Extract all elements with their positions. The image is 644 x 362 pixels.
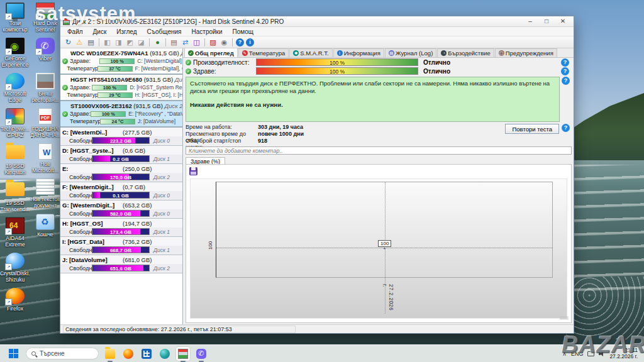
disk-list: WDC WD10EZEX-75WN4A1 (931,5 GB) Диск 0✓З… (60, 48, 182, 128)
stat-row: Време на работа:303 дни, 19 часа (186, 124, 505, 131)
desktop-icon-folder[interactable]: 19 SSD Kingston S... (0, 145, 30, 179)
menu-Помощ[interactable]: Помощ (228, 28, 258, 35)
ok-check-icon: ✓ (186, 60, 191, 65)
folder-icon (5, 145, 25, 163)
help-icon[interactable]: ? (236, 38, 244, 47)
taskbar-icon-viber[interactable] (194, 347, 208, 361)
taskbar-icon-photos[interactable] (158, 347, 172, 361)
photo-watermark-satsystem: satsystem (35, 3, 136, 25)
tab-overview[interactable]: ✓Общ преглед (184, 48, 238, 57)
partition-item[interactable]: E:(250,0 GB)Свободно170,0 GBДиск 2 (60, 164, 182, 182)
tab-information[interactable]: iИнформация (333, 48, 384, 57)
partition-name: G: [WesternDigit..] (62, 202, 123, 209)
menu-Файл[interactable]: Файл (63, 28, 87, 35)
taskbar-icon-explorer[interactable] (103, 347, 117, 361)
desktop-icon-photo[interactable]: Бняш ресторан... (30, 73, 60, 107)
disk-name: ST1000VX005-2E3162 (931,5 GB) Диск 2 (60, 102, 182, 110)
desktop-icon-pdf[interactable]: ГОДИШНА ДАНЪЧНА... (30, 108, 60, 142)
disk-item[interactable]: ST1000VX005-2E3162 (931,5 GB) Диск 2✓Здр… (60, 101, 182, 128)
resize-grip[interactable] (560, 317, 569, 321)
info-icon[interactable]: i (246, 38, 254, 47)
retest-button[interactable]: Повтори теста (505, 124, 559, 134)
partition-disk-number: Диск 1 (153, 247, 170, 253)
temperature-value-bar: 24 °C (100, 119, 135, 124)
desktop-icon-word[interactable]: Нов Microsoft... (30, 143, 60, 177)
tab-log[interactable]: ▤Журнал (Log) (385, 48, 436, 57)
menu-Настройки[interactable]: Настройки (187, 28, 227, 35)
disk-item[interactable]: WDC WD10EZEX-75WN4A1 (931,5 GB) Диск 0✓З… (60, 48, 182, 75)
partition-item[interactable]: F: [WesternDigit..](0,7 GB)Свободно0.1 G… (60, 182, 182, 200)
desktop-icon-textdoc[interactable]: Нов текстов документ (30, 178, 60, 212)
maximize-button[interactable]: □ (538, 16, 555, 26)
tab-temperature[interactable]: ✎Температура (238, 48, 289, 57)
help-icon[interactable]: ? (561, 67, 569, 75)
desktop-icon-label: Viber (30, 56, 60, 62)
taskbar-search[interactable]: Търсене (26, 348, 99, 359)
save-chart-icon[interactable] (189, 167, 197, 175)
help-icon[interactable]: ? (562, 77, 570, 85)
desktop-icon-folder[interactable]: 19 SSD Transcend... (0, 182, 30, 216)
close-button[interactable]: ✕ (555, 16, 571, 26)
network-icon[interactable]: ◫ (192, 38, 201, 47)
help-icon[interactable]: ? (562, 124, 570, 132)
partition-item[interactable]: H: [HGST_OS](194,7 GB)Свободно173,4 GBДи… (60, 219, 182, 237)
partition-item[interactable]: D: [HGST_Syste..](0,6 GB)Свободно0.2 GBД… (60, 146, 182, 164)
log-file-icon[interactable]: ▤ (169, 38, 179, 47)
desktop-icon-gpuz[interactable]: TechPowe... GPU-Z (0, 108, 30, 142)
toolbar-separator (149, 38, 150, 47)
partition-name: F: [WesternDigit..] (62, 184, 123, 190)
web-icon[interactable]: ● (153, 38, 162, 47)
taskbar-icon-firefox[interactable] (121, 347, 135, 361)
menu-Диск[interactable]: Диск (89, 28, 111, 35)
taskbar-icon-sentinel[interactable] (176, 347, 190, 361)
toolbar: ↻⚠▤◧◨◩◪●▤⇄◫▨◉?i (60, 36, 574, 48)
stat-row: Общ брой старт/стоп цикли:918 (186, 138, 505, 145)
disk-test-1-icon[interactable]: ◧ (103, 38, 112, 47)
desktop-icon-pc[interactable]: Този компютър (0, 3, 30, 36)
free-space-value: 223,2 GB (92, 138, 149, 143)
alerts-icon[interactable]: ⚠ (75, 38, 84, 47)
status-paragraph-bold: Никакви действия не са нужни. (190, 101, 555, 109)
disk-test-3-icon[interactable]: ◩ (125, 38, 135, 47)
report-icon[interactable]: ▤ (86, 38, 96, 47)
desktop-icon-viber[interactable]: Viber (30, 38, 60, 72)
partition-item[interactable]: I: [HGST_Data](736,2 GB)Свободно668,7 GB… (60, 237, 182, 255)
sync-icon[interactable]: ⇄ (180, 38, 190, 47)
partition-item[interactable]: G: [WesternDigit..](653,2 GB)Свободно582… (60, 200, 182, 219)
tab-warnings[interactable]: ▢Предупреждения (495, 48, 557, 57)
start-button[interactable] (9, 349, 18, 358)
help-icon[interactable]: ? (561, 58, 569, 67)
partition-item[interactable]: J: [DataVolume](681,0 GB)Свободно651,6 G… (60, 255, 182, 273)
desktop-icon-nvidia[interactable]: GeForce Experience (0, 38, 30, 72)
free-space-value: 582,0 GB (92, 211, 149, 216)
desktop-icon-aida[interactable]: AIDA64 Extreme (0, 217, 30, 251)
overview-icon: ✓ (188, 50, 194, 56)
disk-item[interactable]: HGST HTS541010A9E680 (931,5 GB) Диск 1✓З… (60, 75, 182, 101)
refresh-icon[interactable]: ↻ (64, 38, 73, 47)
toolbar-separator (165, 38, 166, 47)
search-icon (31, 351, 36, 356)
taskbar-icon-calc[interactable] (140, 347, 153, 361)
desktop-icon-label: Firefox (0, 306, 30, 312)
settings-icon[interactable]: ◉ (219, 38, 229, 47)
disk-test-2-icon[interactable]: ◨ (114, 38, 123, 47)
desktop-icon-firefox[interactable]: Firefox (0, 288, 30, 322)
disk-test-4-icon[interactable]: ◪ (136, 38, 146, 47)
tab-performance[interactable]: ◔Бързодействие (437, 48, 494, 57)
desktop-icon-bin[interactable]: Кошче (30, 214, 60, 248)
desktop-icon-crystal[interactable]: CrystalDiskI.. Shizuku Edi.. (0, 253, 30, 287)
menu-Съобщения[interactable]: Съобщения (143, 28, 186, 35)
health-label: Здраве: (70, 58, 99, 64)
desktop-icon-edge[interactable]: Microsoft Edge (0, 73, 30, 107)
desktop-icon-label: Нов текстов документ (30, 197, 60, 209)
partition-item[interactable]: C: [WesternDi..](277,5 GB)Свободно223,2 … (60, 128, 182, 146)
menu-Изглед[interactable]: Изглед (112, 28, 141, 35)
viber-icon (196, 349, 206, 359)
remote-monitor-icon[interactable]: ▨ (208, 38, 218, 47)
word-icon (35, 143, 55, 161)
folder-icon (5, 182, 25, 200)
title-bar[interactable]: Диск 2 : ST1000VX005-2E3162 [Z510P12G] -… (60, 16, 574, 27)
tab-smart[interactable]: ✱S.M.A.R.T. (289, 48, 332, 57)
minimize-button[interactable]: – (522, 16, 538, 26)
comment-input[interactable] (186, 146, 572, 155)
